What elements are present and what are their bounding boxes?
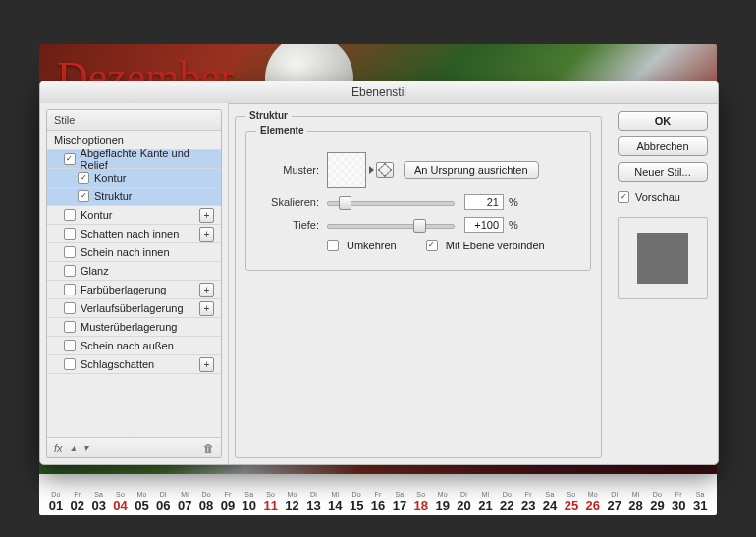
- styles-panel: Stile Mischoptionen ✓Abgeflachte Kante u…: [46, 109, 222, 458]
- add-instance-icon[interactable]: +: [199, 357, 214, 372]
- new-style-button[interactable]: Neuer Stil...: [618, 162, 708, 182]
- preview-box: [618, 217, 708, 299]
- style-row[interactable]: Glanz: [47, 261, 221, 280]
- calendar-day: Di27: [604, 491, 625, 512]
- style-checkbox[interactable]: [64, 246, 76, 258]
- add-instance-icon[interactable]: +: [199, 208, 214, 223]
- calendar-day: So25: [561, 491, 582, 512]
- style-label: Musterüberlagerung: [81, 321, 177, 333]
- calendar-day: Mi21: [475, 491, 497, 512]
- style-checkbox[interactable]: [64, 340, 76, 351]
- move-up-icon[interactable]: ▴: [71, 442, 76, 454]
- calendar-day: Sa24: [539, 491, 561, 512]
- preview-swatch: [637, 233, 688, 284]
- styles-header: Stile: [47, 110, 221, 131]
- calendar-day: Mo05: [132, 491, 153, 512]
- preview-checkbox[interactable]: ✓: [618, 191, 629, 203]
- calendar-day: Sa03: [88, 491, 110, 512]
- style-checkbox[interactable]: [64, 321, 76, 333]
- style-row[interactable]: Schlagschatten+: [47, 354, 221, 373]
- link-layer-checkbox[interactable]: ✓: [426, 240, 438, 251]
- group-title: Struktur: [245, 110, 292, 121]
- scale-unit: %: [509, 196, 518, 208]
- calendar-day: Do01: [45, 491, 67, 512]
- calendar-day: Fr23: [517, 491, 539, 512]
- style-checkbox[interactable]: ✓: [64, 153, 76, 165]
- style-row[interactable]: Kontur+: [47, 205, 221, 224]
- scale-value[interactable]: 21: [464, 194, 504, 210]
- calendar-day: Mo26: [582, 491, 604, 512]
- preview-label: Vorschau: [635, 191, 680, 203]
- pattern-label: Muster:: [256, 164, 327, 176]
- dialog-actions: OK Abbrechen Neuer Stil... ✓ Vorschau: [608, 103, 718, 464]
- calendar-day: Mi07: [174, 491, 195, 512]
- depth-slider[interactable]: [327, 219, 455, 231]
- style-label: Abgeflachte Kante und Relief: [81, 147, 214, 171]
- depth-label: Tiefe:: [256, 219, 327, 231]
- dialog-title: Ebenenstil: [40, 81, 718, 104]
- calendar-day: Mo19: [432, 491, 454, 512]
- calendar-day: So04: [110, 491, 132, 512]
- calendar-day: Sa31: [689, 491, 711, 512]
- scale-label: Skalieren:: [256, 196, 327, 208]
- snap-to-origin-icon[interactable]: [376, 162, 394, 178]
- calendar-day: Fr02: [67, 491, 88, 512]
- style-row[interactable]: Schein nach innen: [47, 242, 221, 261]
- trash-icon[interactable]: 🗑: [203, 442, 214, 454]
- style-checkbox[interactable]: ✓: [78, 172, 89, 184]
- move-down-icon[interactable]: ▾: [83, 442, 88, 454]
- invert-label: Umkehren: [347, 240, 397, 251]
- style-checkbox[interactable]: [64, 358, 76, 370]
- styles-sidebar: Stile Mischoptionen ✓Abgeflachte Kante u…: [40, 103, 229, 464]
- fx-menu[interactable]: fx: [54, 442, 63, 454]
- style-checkbox[interactable]: [64, 284, 76, 295]
- link-layer-label: Mit Ebene verbinden: [446, 240, 545, 251]
- calendar-day: Do08: [195, 491, 217, 512]
- calendar-day: Do15: [346, 491, 367, 512]
- style-row[interactable]: ✓Abgeflachte Kante und Relief: [47, 149, 221, 168]
- style-label: Struktur: [94, 190, 133, 202]
- style-row[interactable]: Musterüberlagerung: [47, 317, 221, 336]
- style-label: Schein nach außen: [81, 340, 174, 351]
- style-checkbox[interactable]: [64, 265, 76, 277]
- layer-style-dialog: Ebenenstil Stile Mischoptionen ✓Abgeflac…: [39, 81, 719, 465]
- style-checkbox[interactable]: [64, 228, 76, 240]
- calendar-day: Sa17: [389, 491, 410, 512]
- subgroup-title: Elemente: [256, 125, 307, 135]
- styles-footer: fx ▴ ▾ 🗑: [47, 437, 221, 457]
- scale-slider[interactable]: [327, 196, 455, 208]
- style-label: Glanz: [81, 265, 109, 277]
- style-row[interactable]: ✓Struktur: [47, 187, 221, 205]
- add-instance-icon[interactable]: +: [199, 301, 214, 316]
- calendar-day: So18: [410, 491, 432, 512]
- depth-value[interactable]: +100: [464, 217, 504, 233]
- calendar-day: Sa10: [239, 491, 260, 512]
- cancel-button[interactable]: Abbrechen: [618, 136, 708, 156]
- depth-unit: %: [509, 219, 518, 231]
- style-label: Schatten nach innen: [81, 228, 179, 240]
- ok-button[interactable]: OK: [618, 111, 708, 131]
- style-label: Verlaufsüberlagerung: [81, 302, 184, 314]
- calendar-day: Mi14: [324, 491, 346, 512]
- style-checkbox[interactable]: [64, 209, 76, 221]
- invert-checkbox[interactable]: [327, 240, 339, 251]
- style-checkbox[interactable]: ✓: [78, 190, 89, 202]
- style-row[interactable]: Schatten nach innen+: [47, 224, 221, 242]
- calendar-day: Fr16: [367, 491, 389, 512]
- style-label: Schlagschatten: [81, 358, 154, 370]
- pattern-swatch[interactable]: [327, 152, 366, 188]
- style-checkbox[interactable]: [64, 302, 76, 314]
- calendar-day: Mi28: [625, 491, 647, 512]
- calendar-strip: Do01Fr02Sa03So04Mo05Di06Mi07Do08Fr09Sa10…: [39, 474, 717, 515]
- style-label: Kontur: [94, 172, 126, 184]
- style-label: Schein nach innen: [81, 246, 170, 258]
- add-instance-icon[interactable]: +: [199, 283, 214, 297]
- settings-panel: Struktur Elemente Muster: An Ursprung au…: [229, 103, 608, 464]
- style-row[interactable]: Schein nach außen: [47, 336, 221, 354]
- add-instance-icon[interactable]: +: [199, 227, 214, 242]
- style-row[interactable]: Verlaufsüberlagerung+: [47, 298, 221, 317]
- calendar-day: Mo12: [282, 491, 303, 512]
- blending-options-label: Mischoptionen: [54, 134, 124, 146]
- style-row[interactable]: Farbüberlagerung+: [47, 280, 221, 298]
- snap-to-origin-button[interactable]: An Ursprung ausrichten: [404, 161, 539, 179]
